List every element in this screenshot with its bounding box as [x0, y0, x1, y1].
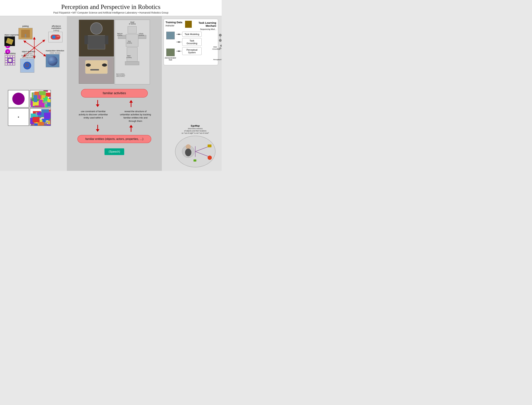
robot-head-closeup [79, 57, 114, 84]
main-layout: 1 2 3 object segmentation poking [0, 16, 222, 171]
svg-text:State: State [213, 46, 217, 48]
grid-cell-mosaic-2 [30, 108, 51, 126]
speech-button[interactable]: (Speech) [104, 148, 124, 155]
manip-detect-sub: (robot, human) [46, 52, 64, 54]
svg-text:Right arm: Right arm [117, 33, 123, 34]
svg-rect-8 [126, 34, 138, 47]
grid-cell-purple-circle [8, 90, 29, 108]
svg-point-64 [207, 155, 212, 160]
task-grounding-box: Task Grounding [182, 38, 202, 46]
egomap-circle [175, 136, 215, 167]
egomap-svg [176, 137, 215, 167]
svg-text:(4 DOFs): (4 DOFs) [126, 57, 131, 58]
up-arrow-right [128, 100, 134, 108]
svg-line-1 [24, 41, 34, 48]
svg-marker-30 [179, 34, 180, 35]
left-arrow-text: use constraint of familiar activity to d… [77, 110, 109, 123]
affordance-image: coke [48, 32, 62, 42]
edge-catalog-section: edge catalog [4, 52, 15, 66]
svg-rect-63 [207, 144, 211, 147]
page-title: Perception and Perspective in Robotics [2, 3, 220, 11]
perception-diagram: object segmentation poking affordance ex [4, 25, 64, 85]
down-arrow-left [95, 100, 100, 108]
task-learning-box: Training Data Instructor Task Learning M… [164, 19, 218, 65]
svg-text:Torso: Torso [128, 40, 131, 42]
object-seg-image [4, 36, 15, 46]
svg-rect-7 [128, 26, 137, 34]
svg-text:(6 DOFs): (6 DOFs) [117, 34, 122, 36]
familiar-entities-box: familiar entities (objects, actors, prop… [77, 135, 151, 143]
svg-text:Grounding: Grounding [212, 48, 220, 50]
svg-rect-9 [118, 35, 126, 39]
svg-point-53 [219, 47, 221, 49]
poking-label: poking [19, 25, 33, 27]
arrows-row-1 [95, 100, 134, 108]
right-panel: Training Data Instructor Task Learning M… [162, 16, 222, 171]
arrows-row-2 [95, 125, 134, 133]
svg-rect-10 [138, 35, 146, 39]
up-arrow-right-2 [128, 125, 134, 133]
svg-line-61 [195, 152, 209, 157]
affordance-sub-label: (rolling) [48, 29, 64, 32]
svg-point-58 [186, 144, 191, 149]
object-detection-image [20, 59, 34, 73]
affordance-section: affordance exploitation (rolling) coke [48, 25, 64, 42]
svg-line-48 [221, 35, 222, 37]
task-diagram: Demonstrated Task Task Modeling [166, 32, 216, 63]
left-panel: 1 2 3 object segmentation poking [0, 16, 67, 171]
robot-stick-diagram: Right arm (6 DOFs) Left arm (6 DOFs) Tor… [116, 26, 148, 78]
task-learning-title: Task Learning Mechani [185, 21, 216, 28]
svg-point-44 [219, 34, 221, 36]
center-panel: Head(7 DOFs) Right arm (6 DOFs [67, 16, 162, 171]
sequencing-label: Sequencing Mod... [185, 28, 216, 30]
svg-rect-11 [127, 47, 137, 61]
arrow-to-task-modeling [176, 33, 181, 36]
grid-cell-small-dot [8, 108, 29, 126]
svg-marker-40 [177, 50, 179, 52]
svg-marker-38 [179, 50, 180, 52]
egomap-desc: short term memoryof objects and their lo… [171, 128, 220, 134]
grid-cell-mosaic-1 [30, 90, 51, 108]
right-arrow-text: reveal the structure of unfamiliar activ… [120, 110, 151, 123]
left-persons-col: Demonstrated Task [166, 32, 175, 61]
svg-marker-28 [129, 125, 133, 128]
training-data-label: Training Data [166, 21, 182, 24]
object-detection-sub: (recognition, localization, contact-free… [20, 53, 37, 58]
svg-line-3 [34, 40, 45, 48]
svg-line-49 [221, 39, 222, 40]
bottom-grid [8, 90, 64, 126]
svg-text:Perceptual Netw...: Perceptual Netw... [213, 59, 222, 61]
middle-text-row: use constraint of familiar activity to d… [77, 110, 151, 123]
affordance-label: affordance exploitation [48, 25, 64, 29]
svg-point-50 [220, 45, 222, 47]
svg-point-59 [185, 148, 191, 156]
svg-text:(6 DOFs): (6 DOFs) [139, 34, 144, 36]
small-dot [18, 116, 19, 118]
manipulator-detection-section: manipulator detection (robot, human) [46, 50, 64, 67]
task-photo [185, 21, 192, 28]
robot-diagram: Head(7 DOFs) Right arm (6 DOFs [115, 20, 150, 84]
object-detection-label: object detection [20, 50, 37, 53]
edge-catalog-image [4, 55, 15, 66]
task-modeling-box: Task Modeling [182, 32, 202, 37]
egomap-section: EgoMap short term memoryof objects and t… [171, 124, 220, 167]
familiar-activities-box: familiar activities [81, 89, 148, 98]
svg-marker-22 [96, 104, 99, 107]
svg-text:Stand: Stand [127, 55, 130, 56]
demonstrated-task-label: Demonstrated Task [165, 57, 176, 61]
egomap-title: EgoMap [171, 124, 220, 127]
subtitle: Paul Fitzpatrick • MIT Computer Science … [2, 11, 220, 14]
purple-circle [12, 93, 25, 105]
manip-detect-image [46, 54, 59, 67]
robot-photo-main [79, 20, 114, 57]
arrow-to-perceptual-system [176, 50, 181, 53]
svg-rect-65 [193, 159, 196, 162]
svg-marker-36 [177, 41, 179, 43]
svg-point-46 [219, 39, 221, 42]
svg-marker-32 [177, 34, 179, 35]
svg-line-56 [221, 48, 222, 49]
instructor-label: Instructor [166, 24, 174, 27]
edge-catalog-label: edge catalog [4, 52, 15, 54]
svg-marker-26 [96, 129, 99, 132]
down-arrow-left-2 [95, 125, 100, 133]
